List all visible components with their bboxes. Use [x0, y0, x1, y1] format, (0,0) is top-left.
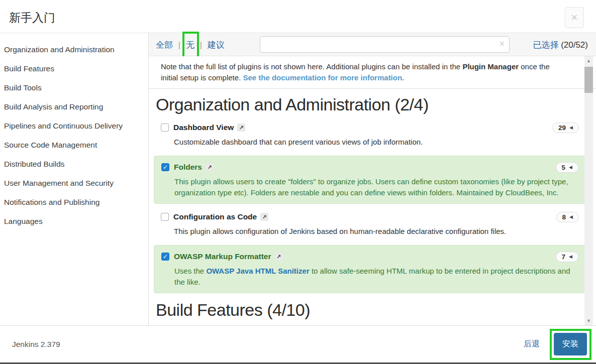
external-link-icon[interactable]: ↗	[237, 124, 245, 132]
text-segment: Note that the full list of plugins is no…	[161, 62, 462, 71]
footer-actions: 后退 安装	[524, 333, 587, 355]
external-link-icon[interactable]: ↗	[206, 163, 214, 171]
filter-none-wrap: 无	[186, 39, 194, 51]
section-heading: Organization and Administration (2/4)	[156, 95, 596, 114]
plugin-row: OWASP Markup Formatter ↗ 7 ◀ Uses the OW…	[154, 245, 586, 293]
plugin-title: OWASP Markup Formatter	[174, 252, 271, 261]
text-segment: Customizable dashboard that can present …	[174, 138, 423, 146]
badge-count: 29	[558, 124, 566, 132]
install-button-wrap: 安装	[554, 333, 587, 355]
sidebar-item-label: Build Analysis and Reporting	[4, 102, 103, 111]
sidebar-item-label: Pipelines and Continuous Delivery	[4, 122, 123, 130]
plugin-row: Folders ↗ 5 ◀ This plugin allows users t…	[154, 156, 586, 204]
dependency-count-badge[interactable]: 29 ◀	[552, 123, 579, 133]
selected-count-value: (20/52)	[561, 40, 588, 50]
collapse-arrow-icon: ◀	[569, 165, 572, 170]
external-link-icon[interactable]: ↗	[275, 253, 283, 261]
sidebar-item-label: Source Code Management	[4, 141, 97, 149]
scroll-up-icon[interactable]: ▲	[584, 56, 593, 65]
dialog-body: Organization and Administration Build Fe…	[0, 33, 596, 325]
selected-count-link[interactable]: 已选择	[533, 40, 558, 50]
plugin-list: Dashboard View ↗ 29 ◀ Customizable dashb…	[149, 118, 596, 293]
badge-count: 5	[562, 164, 566, 171]
filter-separator: |	[178, 40, 180, 50]
sidebar-item-label: Languages	[4, 217, 43, 225]
plugin-note: Note that the full list of plugins is no…	[149, 56, 596, 89]
getting-started-dialog: 新手入门 × Organization and Administration B…	[0, 0, 596, 364]
sidebar-item[interactable]: Build Analysis and Reporting	[0, 97, 148, 116]
sidebar-item-label: Distributed Builds	[4, 160, 65, 168]
plugin-row: Dashboard View ↗ 29 ◀ Customizable dashb…	[154, 118, 586, 152]
sidebar-item[interactable]: Languages	[0, 212, 148, 231]
plugin-row-header: Folders ↗ 5 ◀	[161, 161, 578, 173]
next-section-heading: Build Features (4/10)	[156, 300, 596, 320]
search-input[interactable]	[260, 36, 510, 53]
plugin-checkbox[interactable]	[161, 213, 169, 221]
page-title: 新手入门	[9, 10, 55, 26]
dialog-header: 新手入门 ×	[0, 0, 596, 33]
sidebar-item-label: User Management and Security	[4, 179, 114, 187]
inline-link[interactable]: See the documentation for more informati…	[243, 73, 404, 82]
sidebar-item[interactable]: Distributed Builds	[0, 155, 148, 174]
dependency-count-badge[interactable]: 7 ◀	[556, 252, 578, 262]
text-segment: Plugin Manager	[462, 62, 519, 71]
plugin-row: Configuration as Code ↗ 8 ◀ This plugin …	[154, 208, 586, 241]
filter-links: 全部 | 无 | 建议	[156, 39, 225, 51]
filter-none-link[interactable]: 无	[186, 40, 194, 50]
plugin-title: Configuration as Code	[173, 212, 257, 221]
category-sidebar: Organization and Administration Build Fe…	[0, 33, 149, 325]
sidebar-item[interactable]: Notifications and Publishing	[0, 193, 148, 212]
scrollbar[interactable]: ▲ ▼	[584, 56, 593, 325]
badge-count: 7	[562, 253, 566, 261]
close-icon: ×	[571, 11, 578, 24]
text-segment: This plugin allows configuration of Jenk…	[174, 227, 506, 235]
plugin-list-content: Note that the full list of plugins is no…	[149, 56, 596, 325]
collapse-arrow-icon: ◀	[569, 254, 572, 259]
dependency-count-badge[interactable]: 8 ◀	[556, 212, 579, 222]
external-link-icon[interactable]: ↗	[260, 213, 268, 221]
scroll-down-icon[interactable]: ▼	[584, 316, 593, 325]
sidebar-item-label: Notifications and Publishing	[4, 198, 100, 206]
sidebar-item[interactable]: Source Code Management	[0, 136, 148, 155]
filter-separator: |	[200, 40, 202, 50]
text-segment: Uses the	[174, 267, 206, 275]
plugin-description: Customizable dashboard that can present …	[174, 137, 579, 148]
back-button[interactable]: 后退	[524, 339, 540, 349]
collapse-arrow-icon: ◀	[569, 125, 573, 130]
close-button[interactable]: ×	[565, 7, 584, 28]
filter-suggested-link[interactable]: 建议	[208, 40, 225, 50]
plugin-title: Folders	[174, 163, 202, 172]
scroll-thumb[interactable]	[584, 67, 593, 93]
sidebar-item[interactable]: Organization and Administration	[0, 40, 148, 59]
clear-search-icon[interactable]: ×	[499, 39, 505, 49]
main-panel: 全部 | 无 | 建议 × 已选择 (20/52)	[149, 33, 596, 325]
plugin-row-header: OWASP Markup Formatter ↗ 7 ◀	[161, 251, 578, 263]
selected-count-wrap: 已选择 (20/52)	[533, 39, 588, 51]
plugin-checkbox[interactable]	[161, 163, 169, 171]
filter-bar: 全部 | 无 | 建议 × 已选择 (20/52)	[149, 33, 596, 56]
collapse-arrow-icon: ◀	[569, 214, 573, 219]
dependency-count-badge[interactable]: 5 ◀	[556, 162, 578, 173]
sidebar-item[interactable]: Pipelines and Continuous Delivery	[0, 116, 148, 136]
search-box: ×	[260, 36, 510, 53]
jenkins-version: Jenkins 2.379	[12, 340, 60, 349]
install-button[interactable]: 安装	[554, 333, 587, 355]
plugin-description: Uses the OWASP Java HTML Sanitizer to al…	[174, 266, 578, 288]
sidebar-item[interactable]: User Management and Security	[0, 174, 148, 193]
inline-link[interactable]: OWASP Java HTML Sanitizer	[206, 267, 309, 275]
sidebar-item[interactable]: Build Features	[0, 59, 148, 78]
filter-all-link[interactable]: 全部	[156, 40, 173, 50]
plugin-title: Dashboard View	[173, 123, 234, 132]
sidebar-item-label: Organization and Administration	[4, 45, 115, 54]
plugin-row-header: Dashboard View ↗ 29 ◀	[161, 122, 579, 134]
plugin-description: This plugin allows users to create "fold…	[174, 176, 578, 198]
dialog-footer: Jenkins 2.379 后退 安装	[0, 325, 596, 362]
plugin-description: This plugin allows configuration of Jenk…	[174, 226, 579, 237]
sidebar-item[interactable]: Build Tools	[0, 78, 148, 97]
plugin-checkbox[interactable]	[161, 253, 169, 261]
plugin-checkbox[interactable]	[161, 124, 169, 132]
plugin-row-header: Configuration as Code ↗ 8 ◀	[161, 211, 579, 223]
badge-count: 8	[562, 213, 566, 221]
text-segment: This plugin allows users to create "fold…	[174, 177, 568, 197]
sidebar-item-label: Build Features	[4, 64, 54, 73]
